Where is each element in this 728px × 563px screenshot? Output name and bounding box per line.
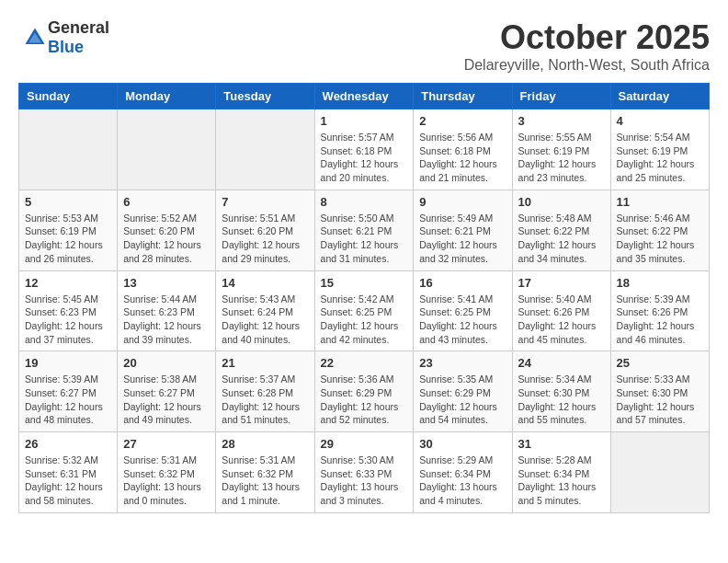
calendar-day-cell: 7Sunrise: 5:51 AM Sunset: 6:20 PM Daylig… xyxy=(216,190,314,270)
calendar-day-cell xyxy=(216,109,314,190)
day-number: 23 xyxy=(419,356,506,370)
calendar-day-cell: 15Sunrise: 5:42 AM Sunset: 6:25 PM Dayli… xyxy=(314,270,414,351)
day-number: 15 xyxy=(321,276,408,290)
calendar-day-cell: 31Sunrise: 5:28 AM Sunset: 6:34 PM Dayli… xyxy=(512,432,610,513)
day-number: 9 xyxy=(419,195,506,209)
calendar-day-cell: 30Sunrise: 5:29 AM Sunset: 6:34 PM Dayli… xyxy=(414,432,512,513)
day-info: Sunrise: 5:36 AM Sunset: 6:29 PM Dayligh… xyxy=(321,373,408,427)
day-info: Sunrise: 5:40 AM Sunset: 6:26 PM Dayligh… xyxy=(518,293,605,347)
day-number: 31 xyxy=(518,437,605,451)
day-info: Sunrise: 5:31 AM Sunset: 6:32 PM Dayligh… xyxy=(222,454,308,508)
calendar-day-cell: 21Sunrise: 5:37 AM Sunset: 6:28 PM Dayli… xyxy=(216,351,314,432)
day-number: 5 xyxy=(25,195,111,209)
day-number: 16 xyxy=(419,276,506,290)
title-area: October 2025 Delareyville, North-West, S… xyxy=(464,18,710,74)
weekday-header-cell: Monday xyxy=(118,84,216,109)
day-info: Sunrise: 5:32 AM Sunset: 6:31 PM Dayligh… xyxy=(25,454,111,508)
calendar-day-cell: 18Sunrise: 5:39 AM Sunset: 6:26 PM Dayli… xyxy=(610,270,709,351)
calendar-day-cell: 22Sunrise: 5:36 AM Sunset: 6:29 PM Dayli… xyxy=(314,351,414,432)
day-number: 19 xyxy=(25,356,111,370)
calendar-week-row: 12Sunrise: 5:45 AM Sunset: 6:23 PM Dayli… xyxy=(19,270,710,351)
weekday-header-cell: Tuesday xyxy=(216,84,314,109)
weekday-header-cell: Wednesday xyxy=(314,84,414,109)
calendar-day-cell: 1Sunrise: 5:57 AM Sunset: 6:18 PM Daylig… xyxy=(314,109,414,190)
calendar-day-cell xyxy=(19,109,118,190)
day-info: Sunrise: 5:34 AM Sunset: 6:30 PM Dayligh… xyxy=(518,373,605,427)
day-info: Sunrise: 5:44 AM Sunset: 6:23 PM Dayligh… xyxy=(123,293,210,347)
calendar-day-cell xyxy=(610,432,709,513)
day-number: 21 xyxy=(222,356,308,370)
page-header: General Blue October 2025 Delareyville, … xyxy=(18,18,710,74)
day-info: Sunrise: 5:41 AM Sunset: 6:25 PM Dayligh… xyxy=(419,293,506,347)
calendar-day-cell: 27Sunrise: 5:31 AM Sunset: 6:32 PM Dayli… xyxy=(118,432,216,513)
calendar-day-cell: 14Sunrise: 5:43 AM Sunset: 6:24 PM Dayli… xyxy=(216,270,314,351)
calendar-day-cell: 6Sunrise: 5:52 AM Sunset: 6:20 PM Daylig… xyxy=(118,190,216,270)
day-number: 17 xyxy=(518,276,605,290)
day-number: 3 xyxy=(518,114,605,128)
day-info: Sunrise: 5:54 AM Sunset: 6:19 PM Dayligh… xyxy=(617,131,703,185)
calendar-week-row: 19Sunrise: 5:39 AM Sunset: 6:27 PM Dayli… xyxy=(19,351,710,432)
day-info: Sunrise: 5:30 AM Sunset: 6:33 PM Dayligh… xyxy=(321,454,408,508)
day-info: Sunrise: 5:38 AM Sunset: 6:27 PM Dayligh… xyxy=(123,373,210,427)
calendar-day-cell: 3Sunrise: 5:55 AM Sunset: 6:19 PM Daylig… xyxy=(512,109,610,190)
logo-icon xyxy=(22,25,48,51)
day-number: 25 xyxy=(617,356,703,370)
day-info: Sunrise: 5:56 AM Sunset: 6:18 PM Dayligh… xyxy=(419,131,506,185)
calendar-day-cell: 16Sunrise: 5:41 AM Sunset: 6:25 PM Dayli… xyxy=(414,270,512,351)
day-info: Sunrise: 5:33 AM Sunset: 6:30 PM Dayligh… xyxy=(617,373,703,427)
day-info: Sunrise: 5:35 AM Sunset: 6:29 PM Dayligh… xyxy=(419,373,506,427)
day-number: 1 xyxy=(321,114,408,128)
day-number: 20 xyxy=(123,356,210,370)
calendar-day-cell: 10Sunrise: 5:48 AM Sunset: 6:22 PM Dayli… xyxy=(512,190,610,270)
calendar-day-cell xyxy=(118,109,216,190)
calendar-body: 1Sunrise: 5:57 AM Sunset: 6:18 PM Daylig… xyxy=(19,109,710,513)
day-info: Sunrise: 5:48 AM Sunset: 6:22 PM Dayligh… xyxy=(518,212,605,266)
calendar-day-cell: 29Sunrise: 5:30 AM Sunset: 6:33 PM Dayli… xyxy=(314,432,414,513)
calendar-day-cell: 5Sunrise: 5:53 AM Sunset: 6:19 PM Daylig… xyxy=(19,190,118,270)
weekday-header-row: SundayMondayTuesdayWednesdayThursdayFrid… xyxy=(19,84,710,109)
day-number: 24 xyxy=(518,356,605,370)
day-number: 22 xyxy=(321,356,408,370)
day-number: 4 xyxy=(617,114,703,128)
day-number: 8 xyxy=(321,195,408,209)
calendar-day-cell: 23Sunrise: 5:35 AM Sunset: 6:29 PM Dayli… xyxy=(414,351,512,432)
day-number: 26 xyxy=(25,437,111,451)
logo-blue: Blue xyxy=(48,38,84,56)
day-number: 2 xyxy=(419,114,506,128)
day-info: Sunrise: 5:37 AM Sunset: 6:28 PM Dayligh… xyxy=(222,373,308,427)
day-info: Sunrise: 5:49 AM Sunset: 6:21 PM Dayligh… xyxy=(419,212,506,266)
day-info: Sunrise: 5:43 AM Sunset: 6:24 PM Dayligh… xyxy=(222,293,308,347)
day-number: 18 xyxy=(617,276,703,290)
calendar-day-cell: 25Sunrise: 5:33 AM Sunset: 6:30 PM Dayli… xyxy=(610,351,709,432)
weekday-header-cell: Thursday xyxy=(414,84,512,109)
day-info: Sunrise: 5:51 AM Sunset: 6:20 PM Dayligh… xyxy=(222,212,308,266)
calendar-day-cell: 12Sunrise: 5:45 AM Sunset: 6:23 PM Dayli… xyxy=(19,270,118,351)
calendar-week-row: 1Sunrise: 5:57 AM Sunset: 6:18 PM Daylig… xyxy=(19,109,710,190)
calendar-week-row: 5Sunrise: 5:53 AM Sunset: 6:19 PM Daylig… xyxy=(19,190,710,270)
day-number: 10 xyxy=(518,195,605,209)
day-info: Sunrise: 5:52 AM Sunset: 6:20 PM Dayligh… xyxy=(123,212,210,266)
day-number: 7 xyxy=(222,195,308,209)
location-subtitle: Delareyville, North-West, South Africa xyxy=(464,57,710,74)
day-info: Sunrise: 5:53 AM Sunset: 6:19 PM Dayligh… xyxy=(25,212,111,266)
calendar-day-cell: 20Sunrise: 5:38 AM Sunset: 6:27 PM Dayli… xyxy=(118,351,216,432)
calendar-day-cell: 8Sunrise: 5:50 AM Sunset: 6:21 PM Daylig… xyxy=(314,190,414,270)
weekday-header-cell: Friday xyxy=(512,84,610,109)
logo: General Blue xyxy=(18,18,109,57)
day-info: Sunrise: 5:29 AM Sunset: 6:34 PM Dayligh… xyxy=(419,454,506,508)
day-number: 14 xyxy=(222,276,308,290)
calendar-day-cell: 24Sunrise: 5:34 AM Sunset: 6:30 PM Dayli… xyxy=(512,351,610,432)
day-number: 11 xyxy=(617,195,703,209)
day-number: 12 xyxy=(25,276,111,290)
day-info: Sunrise: 5:45 AM Sunset: 6:23 PM Dayligh… xyxy=(25,293,111,347)
day-info: Sunrise: 5:39 AM Sunset: 6:26 PM Dayligh… xyxy=(617,293,703,347)
calendar-day-cell: 13Sunrise: 5:44 AM Sunset: 6:23 PM Dayli… xyxy=(118,270,216,351)
day-number: 28 xyxy=(222,437,308,451)
logo-general: General xyxy=(48,18,109,37)
calendar-day-cell: 26Sunrise: 5:32 AM Sunset: 6:31 PM Dayli… xyxy=(19,432,118,513)
day-info: Sunrise: 5:46 AM Sunset: 6:22 PM Dayligh… xyxy=(617,212,703,266)
month-title: October 2025 xyxy=(464,18,710,57)
calendar-day-cell: 19Sunrise: 5:39 AM Sunset: 6:27 PM Dayli… xyxy=(19,351,118,432)
calendar-day-cell: 28Sunrise: 5:31 AM Sunset: 6:32 PM Dayli… xyxy=(216,432,314,513)
day-number: 29 xyxy=(321,437,408,451)
